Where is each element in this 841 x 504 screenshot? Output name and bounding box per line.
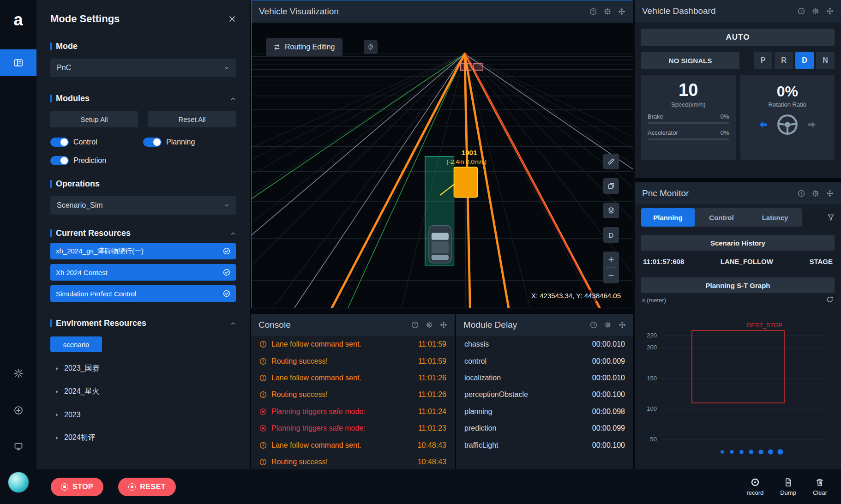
far-obstacles (460, 64, 482, 71)
resource-item[interactable]: xh_2024_gs_障碍物绕行(一) (50, 243, 236, 259)
record-button[interactable]: record (746, 478, 763, 496)
control-toggle[interactable] (50, 138, 69, 147)
console-log-message: Planning triggers safe mode: (271, 424, 414, 432)
plus-icon (608, 256, 614, 263)
pnc-tab[interactable]: Planning (641, 208, 695, 227)
tree-item[interactable]: 2024_星火 (50, 385, 236, 398)
accelerator-percent: 0% (721, 129, 729, 136)
document-icon (784, 478, 793, 487)
console-log-row: Planning triggers safe mode: 11:01:24 (251, 403, 455, 420)
accelerator-label: Accelerator (648, 129, 678, 136)
filter-icon[interactable] (827, 214, 835, 221)
chevron-up-icon[interactable] (230, 96, 236, 102)
module-delay-panel: Module Delay chassis00:00.010 control00:… (456, 314, 633, 469)
add-panel-button[interactable] (0, 406, 36, 415)
resource-item-label: Simulation Perfect Control (56, 290, 136, 298)
ego-vehicle[interactable] (429, 225, 451, 263)
operations-select-value: Scenario_Sim (57, 201, 103, 210)
settings-gear-icon[interactable] (812, 190, 819, 197)
settings-gear-icon[interactable] (812, 7, 819, 15)
settings-gear-icon[interactable] (604, 8, 611, 15)
stop-icon (61, 483, 68, 491)
copy-view-button[interactable] (603, 178, 619, 194)
brake-label: Brake (648, 113, 663, 120)
sun-icon (14, 369, 23, 378)
monitor-icon (14, 442, 23, 451)
zoom-out-button[interactable] (603, 268, 619, 283)
tree-item[interactable]: 2024初评 (50, 431, 236, 444)
resource-item[interactable]: Simulation Perfect Control (50, 285, 236, 302)
st-graph-header: Planning S-T Graph (641, 277, 835, 293)
help-icon[interactable] (589, 8, 597, 15)
console-log-row: Routing success! 10:48:43 (251, 454, 455, 469)
prediction-toggle[interactable] (50, 156, 69, 165)
console-log-row: Lane follow command sent. 11:01:26 (251, 370, 455, 386)
sidebar-item-mode-settings[interactable] (0, 49, 36, 76)
common-routing-button[interactable] (364, 40, 378, 54)
stop-button-label: STOP (72, 483, 93, 491)
operations-select[interactable]: Scenario_Sim (50, 196, 236, 215)
zoom-in-button[interactable] (603, 252, 619, 267)
console-log-message: Routing success! (271, 390, 414, 399)
console-log-time: 11:01:24 (418, 408, 446, 416)
waypoint-pin-icon (367, 44, 374, 50)
panel-header: Vehicle Visualization (252, 0, 633, 23)
section-environment-resources: Enviroment Resources (50, 318, 236, 328)
environment-resources-label: Enviroment Resources (56, 318, 230, 328)
tree-item-label: 2024初评 (64, 433, 96, 443)
caret-right-icon (54, 389, 60, 395)
help-icon[interactable] (798, 190, 805, 197)
resource-manager-button[interactable] (0, 442, 36, 451)
setup-all-button[interactable]: Setup All (50, 111, 138, 127)
tree-item[interactable]: 2023 (50, 408, 236, 421)
console-log-time: 11:01:26 (418, 374, 446, 382)
move-panel-icon[interactable] (826, 7, 834, 15)
close-icon[interactable] (228, 15, 236, 23)
module-delay-value: 00:00.010 (592, 340, 625, 348)
speed-value: 10 (648, 81, 729, 100)
layers-button[interactable] (603, 203, 619, 218)
mode-select[interactable]: PnC (50, 59, 236, 77)
chevron-up-icon[interactable] (230, 231, 236, 236)
move-panel-icon[interactable] (826, 190, 834, 197)
settings-gear-icon[interactable] (426, 321, 433, 329)
reset-button[interactable]: RESET (118, 478, 176, 496)
move-panel-icon[interactable] (619, 321, 626, 329)
tree-item[interactable]: 2023_国赛 (50, 362, 236, 375)
routing-editing-button[interactable]: Routing Editing (266, 38, 342, 56)
help-icon[interactable] (798, 7, 805, 15)
settings-gear-icon[interactable] (604, 321, 612, 329)
move-panel-icon[interactable] (440, 321, 447, 329)
brake-percent: 0% (721, 113, 729, 120)
reset-all-button[interactable]: Reset All (148, 111, 236, 127)
console-log-message: Lane follow command sent. (271, 374, 414, 382)
dump-button[interactable]: Dump (780, 478, 796, 496)
planning-toggle[interactable] (143, 138, 162, 147)
chevron-up-icon[interactable] (230, 321, 236, 326)
theme-toggle-button[interactable] (0, 369, 36, 378)
resource-item[interactable]: Xh 2024 Contest (50, 264, 236, 281)
3d-scene-canvas[interactable]: 1001 (-2.4m 0.0m/s) (252, 23, 633, 308)
mode-settings-panel: Mode Settings Mode PnC Modules Setup All… (36, 0, 250, 469)
scenario-tag-button[interactable]: scenario (50, 336, 102, 352)
user-avatar[interactable] (8, 472, 29, 493)
help-icon[interactable] (590, 321, 597, 329)
console-log-row: Routing success! 11:01:26 (251, 386, 455, 403)
view-mode-d-button[interactable]: D (603, 227, 619, 243)
stop-button[interactable]: STOP (51, 478, 103, 496)
refresh-icon[interactable] (826, 296, 834, 303)
pnc-tab[interactable]: Latency (748, 208, 802, 227)
warning-icon (259, 374, 267, 382)
accelerator-bar (648, 138, 729, 140)
vehicle-visualization-panel: Vehicle Visualization (251, 0, 633, 308)
help-icon[interactable] (411, 321, 419, 329)
y-tick: 220 (647, 332, 657, 339)
apollo-logo: a (0, 10, 36, 30)
clear-button[interactable]: Clear (813, 478, 827, 496)
y-tick: 150 (647, 375, 657, 382)
move-panel-icon[interactable] (618, 8, 625, 15)
pnc-tab[interactable]: Control (695, 208, 748, 227)
console-log-row: Planning triggers safe mode: 11:01:23 (251, 420, 455, 437)
obstacle-id-label: 1001 (462, 149, 477, 156)
ruler-tool-button[interactable] (603, 154, 619, 169)
